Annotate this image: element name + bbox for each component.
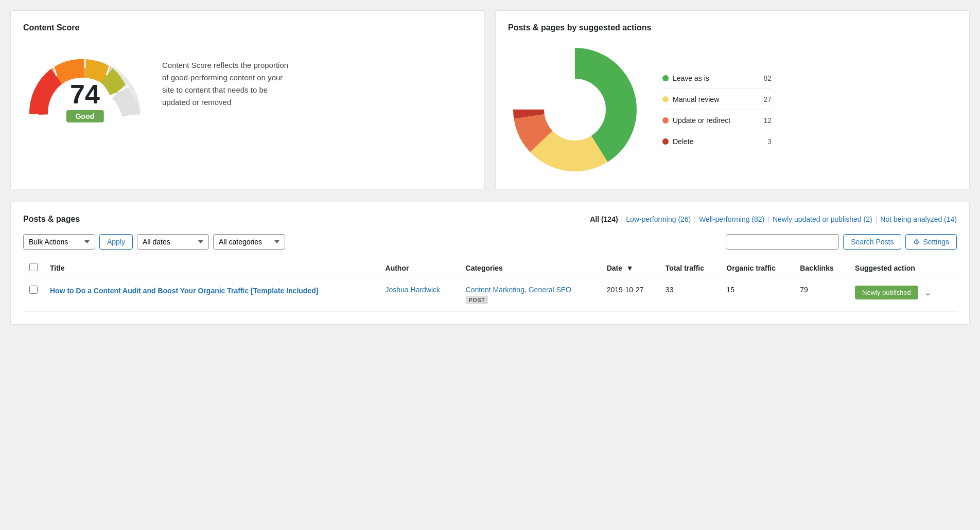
all-categories-select[interactable]: All categories [213,234,285,250]
suggested-action-cell: Newly published ⌄ [855,286,951,299]
td-categories: Content Marketing, General SEO POST [460,278,601,312]
row-checkbox[interactable] [29,286,38,294]
organic-traffic-value: 15 [726,286,734,294]
legend-dot-update [662,117,669,123]
th-backlinks: Backlinks [794,258,849,278]
backlinks-value: 79 [800,286,808,294]
filter-tab-well-performing[interactable]: Well-performing (82) [699,215,764,223]
score-inner: 74 Good Content Score reflects the propo… [23,43,472,125]
th-total-traffic: Total traffic [659,258,721,278]
post-tag: POST [466,296,488,304]
th-date[interactable]: Date ▼ [601,258,659,278]
newly-published-badge: Newly published [855,286,918,299]
toolbar: Bulk Actions Apply All dates All categor… [23,234,957,250]
select-all-checkbox[interactable] [29,263,38,271]
settings-label: Settings [923,238,949,246]
filter-tab-not-analyzed[interactable]: Not being analyzed (14) [880,215,957,223]
posts-table: Title Author Categories Date ▼ Total tra… [23,258,957,312]
td-backlinks: 79 [794,278,849,312]
posts-header: Posts & pages All (124) | Low-performing… [23,215,957,224]
posts-pages-panel: Posts & pages by suggested actions [495,10,970,189]
legend-dot-delete [662,138,669,145]
category-link-general-seo[interactable]: General SEO [529,286,571,294]
filter-tabs: All (124) | Low-performing (26) | Well-p… [590,215,957,223]
settings-button[interactable]: ⚙ Settings [905,234,957,250]
posts-pages-panel-title: Posts & pages by suggested actions [508,23,957,32]
donut-wrapper [508,43,642,176]
sep-2: | [694,215,696,223]
legend-item-update: Update or redirect 12 [662,110,772,131]
table-head: Title Author Categories Date ▼ Total tra… [23,258,957,278]
gauge-number: 74 [70,79,100,110]
legend-item-delete: Delete 3 [662,131,772,152]
th-author: Author [379,258,460,278]
svg-point-9 [547,81,603,138]
th-organic-traffic: Organic traffic [720,258,794,278]
post-title-link[interactable]: How to Do a Content Audit and Boost Your… [50,287,318,295]
legend-label-manual: Manual review [673,95,719,103]
gear-icon: ⚙ [913,238,920,246]
search-posts-button[interactable]: Search Posts [843,234,901,250]
toolbar-right: Search Posts ⚙ Settings [726,234,957,250]
category-link-content-marketing[interactable]: Content Marketing [466,286,524,294]
td-checkbox [23,278,44,312]
all-dates-select[interactable]: All dates [137,234,209,250]
td-title: How to Do a Content Audit and Boost Your… [44,278,379,312]
legend-count-update: 12 [761,116,772,125]
donut-svg [508,43,642,176]
legend-count-manual: 27 [761,95,772,103]
search-input[interactable] [726,234,839,250]
td-date: 2019-10-27 [601,278,659,312]
table-header-row: Title Author Categories Date ▼ Total tra… [23,258,957,278]
td-author: Joshua Hardwick [379,278,460,312]
legend-item-manual: Manual review 27 [662,89,772,110]
sep-3: | [767,215,769,223]
filter-tab-all[interactable]: All (124) [590,215,618,223]
legend-count-leave: 82 [761,74,772,82]
bulk-actions-select[interactable]: Bulk Actions [23,234,95,250]
gauge-wrapper: 74 Good [23,43,147,125]
th-checkbox [23,258,44,278]
table-body: How to Do a Content Audit and Boost Your… [23,278,957,312]
content-score-title: Content Score [23,23,472,32]
legend-dot-manual [662,96,669,102]
sep-1: | [621,215,623,223]
posts-section-title: Posts & pages [23,215,80,224]
legend-label-update: Update or redirect [673,116,730,125]
filter-tab-newly-updated[interactable]: Newly updated or published (2) [773,215,872,223]
apply-button[interactable]: Apply [99,234,133,250]
content-score-panel: Content Score [10,10,485,189]
posts-inner: Leave as is 82 Manual review 27 [508,43,957,176]
legend-count-delete: 3 [761,137,772,146]
post-date: 2019-10-27 [607,286,644,294]
table-row: How to Do a Content Audit and Boost Your… [23,278,957,312]
td-suggested-action: Newly published ⌄ [849,278,957,312]
gauge-label: Good [66,110,104,122]
score-description: Content Score reflects the proportion of… [162,59,296,109]
sort-arrow-date: ▼ [626,264,634,272]
legend-label-leave: Leave as is [673,74,709,82]
th-categories: Categories [460,258,601,278]
th-suggested-action: Suggested action [849,258,957,278]
total-traffic-value: 33 [666,286,674,294]
legend-dot-leave [662,75,669,81]
legend-item-leave: Leave as is 82 [662,68,772,89]
td-organic-traffic: 15 [720,278,794,312]
action-chevron-button[interactable]: ⌄ [922,286,933,299]
td-total-traffic: 33 [659,278,721,312]
posts-pages-section: Posts & pages All (124) | Low-performing… [10,202,970,325]
sep-4: | [876,215,878,223]
author-link[interactable]: Joshua Hardwick [386,286,441,294]
th-title: Title [44,258,379,278]
legend-label-delete: Delete [673,137,693,146]
filter-tab-low-performing[interactable]: Low-performing (26) [626,215,691,223]
legend: Leave as is 82 Manual review 27 [662,68,772,152]
